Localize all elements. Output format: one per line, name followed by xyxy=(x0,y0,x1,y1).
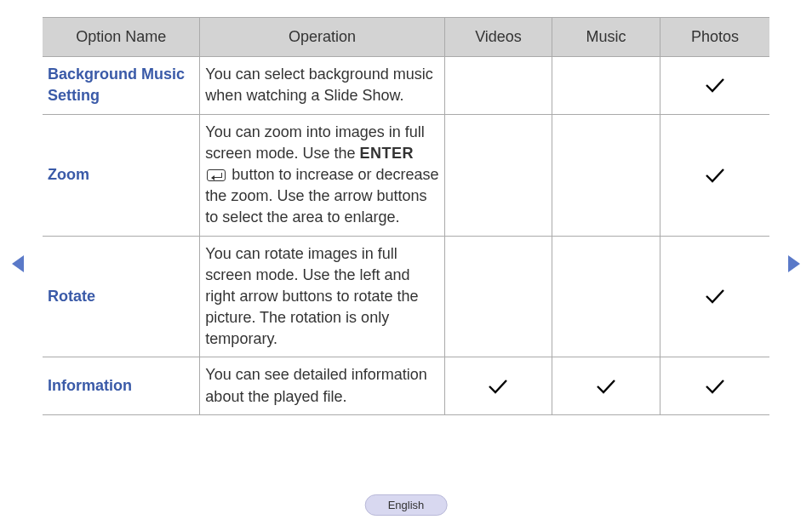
photos-support xyxy=(660,57,769,114)
language-indicator[interactable]: English xyxy=(365,494,448,516)
table-row: RotateYou can rotate images in full scre… xyxy=(43,236,769,357)
options-table: Option Name Operation Videos Music Photo… xyxy=(43,17,769,415)
operation-text-post: button to increase or decrease the zoom.… xyxy=(205,166,438,226)
option-name: Background Music Setting xyxy=(43,57,200,114)
music-support xyxy=(552,114,660,236)
col-header-option: Option Name xyxy=(43,18,200,57)
enter-button-icon xyxy=(207,169,226,181)
videos-support xyxy=(444,114,552,236)
col-header-photos: Photos xyxy=(660,18,769,57)
table-row: InformationYou can see detailed informat… xyxy=(43,357,769,414)
col-header-operation: Operation xyxy=(200,18,444,57)
option-name: Information xyxy=(43,357,200,414)
videos-support xyxy=(444,236,552,357)
col-header-videos: Videos xyxy=(444,18,552,57)
enter-label: ENTER xyxy=(359,145,414,162)
option-operation: You can select background music when wat… xyxy=(200,57,444,114)
col-header-music: Music xyxy=(552,18,660,57)
photos-support xyxy=(660,114,769,236)
option-operation: You can zoom into images in full screen … xyxy=(200,114,444,236)
check-icon xyxy=(450,378,547,395)
check-icon xyxy=(666,288,764,305)
next-page-arrow-icon[interactable] xyxy=(788,255,800,272)
check-icon xyxy=(558,378,655,395)
videos-support xyxy=(444,57,552,114)
table-row: Background Music SettingYou can select b… xyxy=(43,57,769,114)
music-support xyxy=(552,357,660,414)
check-icon xyxy=(666,167,764,184)
music-support xyxy=(552,236,660,357)
table-row: ZoomYou can zoom into images in full scr… xyxy=(43,114,769,236)
option-name: Rotate xyxy=(43,236,200,357)
check-icon xyxy=(666,77,764,94)
photos-support xyxy=(660,236,769,357)
option-name: Zoom xyxy=(43,114,200,236)
check-icon xyxy=(666,378,764,395)
music-support xyxy=(552,57,660,114)
option-operation: You can see detailed information about t… xyxy=(200,357,444,414)
prev-page-arrow-icon[interactable] xyxy=(12,255,24,272)
videos-support xyxy=(444,357,552,414)
photos-support xyxy=(660,357,769,414)
option-operation: You can rotate images in full screen mod… xyxy=(200,236,444,357)
